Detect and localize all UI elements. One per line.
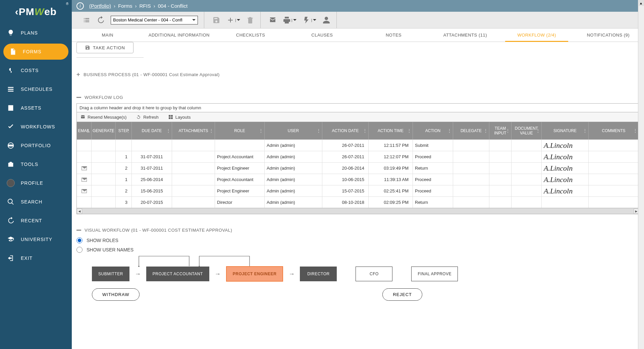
- mail-indicator-icon: [82, 189, 87, 193]
- sidebar-item-plans[interactable]: PLANS: [0, 23, 72, 42]
- breadcrumb-forms[interactable]: Forms: [118, 3, 132, 9]
- wf-box-cfo: CFO: [356, 267, 392, 281]
- chevron-down-icon: [192, 18, 196, 22]
- col-delegate[interactable]: DELEGATE⋮: [453, 122, 489, 139]
- col-action-time[interactable]: ACTION TIME⋮: [369, 122, 413, 139]
- sidebar-item-label: SCHEDULES: [21, 86, 53, 92]
- take-action-button[interactable]: TAKE ACTION: [76, 42, 133, 53]
- collapse-icon: [76, 97, 81, 98]
- take-action-label: TAKE ACTION: [93, 45, 125, 50]
- tab-attachments-11-[interactable]: ATTACHMENTS (11): [429, 28, 501, 42]
- chevron-down-icon: [293, 18, 297, 22]
- col-signature[interactable]: SIGNATURE⋮: [542, 122, 589, 139]
- sidebar-item-search[interactable]: SEARCH: [0, 192, 72, 211]
- sidebar-item-portfolio[interactable]: PORTFOLIO: [0, 136, 72, 155]
- col-due-date[interactable]: DUE DATE⋮: [132, 122, 172, 139]
- check-icon: [7, 123, 15, 131]
- sidebar-item-label: PROFILE: [21, 180, 43, 186]
- sidebar-item-forms[interactable]: FORMS: [3, 44, 68, 60]
- tab-workflow-2-4-[interactable]: WORKFLOW (2/4): [501, 28, 573, 42]
- col-step[interactable]: STEP⋮: [116, 122, 132, 139]
- tab-additional-information[interactable]: ADDITIONAL INFORMATION: [143, 28, 215, 42]
- visual-workflow-section[interactable]: VISUAL WORKFLOW (01 - WF-000001 COST EST…: [72, 226, 644, 234]
- sidebar-item-costs[interactable]: COSTS: [0, 61, 72, 80]
- logo: ‹PMWeb ®: [0, 0, 72, 23]
- show-roles-option[interactable]: SHOW ROLES: [76, 237, 639, 243]
- resend-messages-button[interactable]: Resend Message(s): [80, 114, 126, 120]
- sidebar: ‹PMWeb ® PLANSFORMSCOSTSSCHEDULESASSETSW…: [0, 0, 72, 349]
- workflow-grid: EMAIL⋮ GENERATE⋮ STEP⋮ DUE DATE⋮ ATTACHM…: [76, 122, 639, 208]
- sidebar-item-exit[interactable]: EXIT: [0, 249, 72, 268]
- workflow-log-section[interactable]: WORKFLOW LOG: [72, 94, 644, 101]
- breadcrumb-portfolio[interactable]: (Portfolio): [89, 3, 111, 9]
- table-row[interactable]: 231-07-2011Project EngineerAdmin (admin)…: [77, 162, 639, 174]
- project-dropdown-label: Boston Medical Center - 004 - Confl: [113, 17, 182, 22]
- col-user[interactable]: USER⋮: [265, 122, 322, 139]
- table-row[interactable]: 215-06-2015Project EngineerAdmin (admin)…: [77, 185, 639, 196]
- withdraw-button[interactable]: WITHDRAW: [92, 288, 140, 301]
- refresh-button[interactable]: Refresh: [136, 114, 159, 120]
- print-button[interactable]: |: [283, 16, 297, 24]
- briefcase-icon: [7, 160, 15, 168]
- col-email[interactable]: EMAIL⋮: [77, 122, 92, 139]
- arrow-icon: →: [288, 271, 294, 278]
- col-role[interactable]: ROLE⋮: [215, 122, 265, 139]
- sidebar-item-label: UNIVERSITY: [21, 237, 52, 242]
- sidebar-item-label: ASSETS: [21, 105, 41, 111]
- reject-button[interactable]: REJECT: [382, 288, 422, 301]
- globe-icon: [7, 141, 15, 150]
- sidebar-item-workflows[interactable]: WORKFLOWS: [0, 117, 72, 136]
- sidebar-item-assets[interactable]: ASSETS: [0, 99, 72, 117]
- visual-workflow-label: VISUAL WORKFLOW (01 - WF-000001 COST EST…: [85, 228, 232, 233]
- main: TAKE ACTION + BUSINESS PROCESS (01 - WF-…: [72, 42, 644, 349]
- horizontal-scrollbar[interactable]: ◄ ►: [76, 208, 639, 214]
- sidebar-item-tools[interactable]: TOOLS: [0, 155, 72, 174]
- vertical-scrollbar[interactable]: ▲: [638, 0, 644, 349]
- show-roles-radio[interactable]: [76, 237, 83, 243]
- sidebar-item-schedules[interactable]: SCHEDULES: [0, 80, 72, 99]
- col-document-value[interactable]: DOCUMENT VALUE⋮: [512, 122, 542, 139]
- layouts-button[interactable]: Layouts: [168, 114, 191, 120]
- history-icon[interactable]: [97, 16, 105, 24]
- logo-w: W: [35, 6, 44, 17]
- signature: A.Lincoln: [544, 164, 573, 173]
- tab-clauses[interactable]: CLAUSES: [286, 28, 358, 42]
- sidebar-item-recent[interactable]: RECENT: [0, 211, 72, 230]
- table-row[interactable]: 131-07-2011Project AccountantAdmin (admi…: [77, 151, 639, 162]
- show-users-radio[interactable]: [76, 247, 83, 253]
- col-attachments[interactable]: ATTACHMENTS⋮: [172, 122, 215, 139]
- tab-notes[interactable]: NOTES: [358, 28, 429, 42]
- table-row[interactable]: 125-06-2014Project AccountantAdmin (admi…: [77, 174, 639, 185]
- col-generate[interactable]: GENERATE⋮: [92, 122, 116, 139]
- col-team-input[interactable]: TEAM INPUT⋮: [489, 122, 512, 139]
- table-row[interactable]: 320-07-2015DirectorAdmin (admin)08-10-20…: [77, 196, 639, 208]
- sidebar-item-label: FORMS: [23, 49, 42, 54]
- list-icon[interactable]: [83, 16, 91, 24]
- delete-icon[interactable]: [246, 16, 254, 24]
- col-action-date[interactable]: ACTION DATE⋮: [322, 122, 369, 139]
- project-dropdown[interactable]: Boston Medical Center - 004 - Confl: [111, 16, 198, 24]
- tab-main[interactable]: MAIN: [72, 28, 143, 42]
- mail-icon[interactable]: [269, 16, 277, 24]
- table-row[interactable]: Admin (admin)26-07-201112:11:57 PMSubmit…: [77, 139, 639, 151]
- person-icon[interactable]: [322, 16, 330, 24]
- sidebar-item-university[interactable]: UNIVERSITY: [0, 230, 72, 249]
- save-icon[interactable]: [212, 16, 220, 24]
- document-icon: [9, 48, 17, 56]
- scroll-left-icon[interactable]: ◄: [77, 209, 82, 214]
- group-hint[interactable]: Drag a column header and drop it here to…: [76, 103, 639, 112]
- sidebar-item-profile[interactable]: PROFILE: [0, 174, 72, 192]
- col-comments[interactable]: COMMENTS⋮: [589, 122, 639, 139]
- tab-checklists[interactable]: CHECKLISTS: [215, 28, 286, 42]
- scroll-up-icon[interactable]: ▲: [638, 0, 644, 6]
- action-button[interactable]: |: [303, 16, 316, 24]
- tab-notifications-9-[interactable]: NOTIFICATIONS (9): [573, 28, 644, 42]
- show-users-option[interactable]: SHOW USER NAMES: [76, 247, 639, 253]
- info-icon[interactable]: i: [76, 2, 84, 10]
- sidebar-item-label: SEARCH: [21, 199, 42, 205]
- bars-icon: [7, 85, 15, 93]
- business-process-section[interactable]: + BUSINESS PROCESS (01 - WF-000001 Cost …: [72, 70, 644, 79]
- col-action[interactable]: ACTION⋮: [413, 122, 453, 139]
- add-button[interactable]: |: [226, 16, 240, 24]
- breadcrumb-rfis[interactable]: RFIS: [140, 3, 151, 9]
